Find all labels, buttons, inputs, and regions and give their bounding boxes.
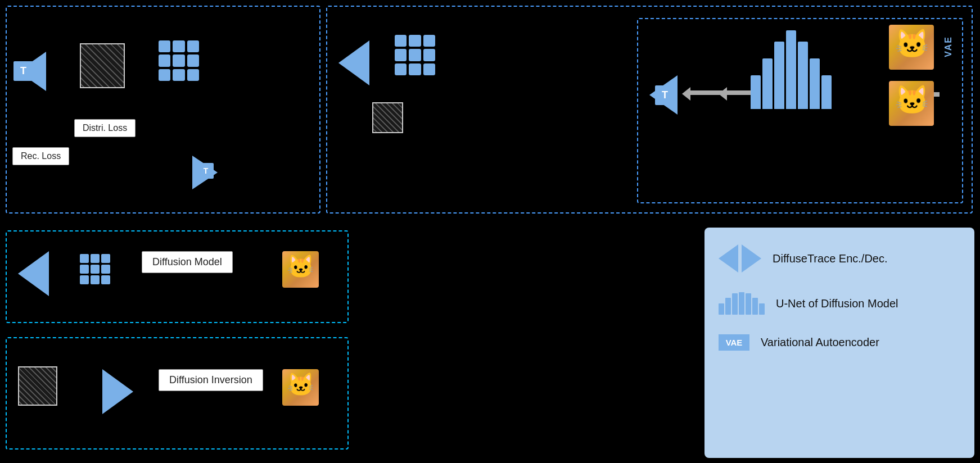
grid-top-right: [395, 35, 435, 75]
decoder-inversion: [102, 369, 133, 414]
hatched-square-main: [80, 43, 125, 88]
legend-unet-icon: [719, 292, 765, 315]
hatched-inversion: [18, 366, 57, 406]
grid-diff-model: [80, 254, 110, 284]
arrows-vae: [689, 90, 759, 95]
box-top-left: T Distri. Loss Rec. Loss T: [6, 6, 320, 214]
rec-loss-label: Rec. Loss: [12, 147, 69, 165]
legend-label-enc-dec: DiffuseTrace Enc./Dec.: [773, 252, 888, 265]
diffusion-model-label: Diffusion Model: [142, 251, 233, 273]
legend-label-vae: Variational Autoencoder: [761, 336, 879, 349]
encoder-top-right: [338, 40, 369, 85]
main-container: T Distri. Loss Rec. Loss T: [0, 0, 980, 463]
t-block-small: T: [198, 163, 214, 179]
unet-bars: [751, 30, 832, 109]
legend-enc-icon: [719, 244, 761, 273]
legend-item-enc-dec: DiffuseTrace Enc./Dec.: [719, 244, 960, 273]
legend-label-unet: U-Net of Diffusion Model: [776, 297, 898, 310]
distri-loss-label: Distri. Loss: [74, 119, 136, 137]
legend-item-unet: U-Net of Diffusion Model: [719, 292, 960, 315]
t-block-vae: T: [649, 75, 675, 115]
vae-inner-box: T VA: [637, 18, 963, 203]
grid-top-left: [159, 40, 199, 81]
cat-diff-model: [282, 251, 319, 288]
cat-inversion: [282, 369, 319, 406]
cat-img-top: [889, 25, 934, 70]
t-block-top-left: T: [13, 61, 33, 81]
legend-box: DiffuseTrace Enc./Dec. U-Net of Diffusio…: [704, 228, 974, 458]
box-top-right: T VA: [326, 6, 973, 214]
hatched-square-topright: [372, 102, 403, 133]
diffusion-inversion-label: Diffusion Inversion: [159, 369, 263, 391]
vae-label: VAE: [943, 36, 954, 57]
box-diffusion-model: Diffusion Model: [6, 230, 349, 323]
legend-item-vae: VAE Variational Autoencoder: [719, 334, 960, 351]
box-diffusion-inversion: Diffusion Inversion: [6, 337, 349, 450]
encoder-diff-model: [18, 251, 49, 296]
legend-vae-icon: VAE: [719, 334, 749, 351]
cat-img-bottom: [889, 81, 934, 126]
